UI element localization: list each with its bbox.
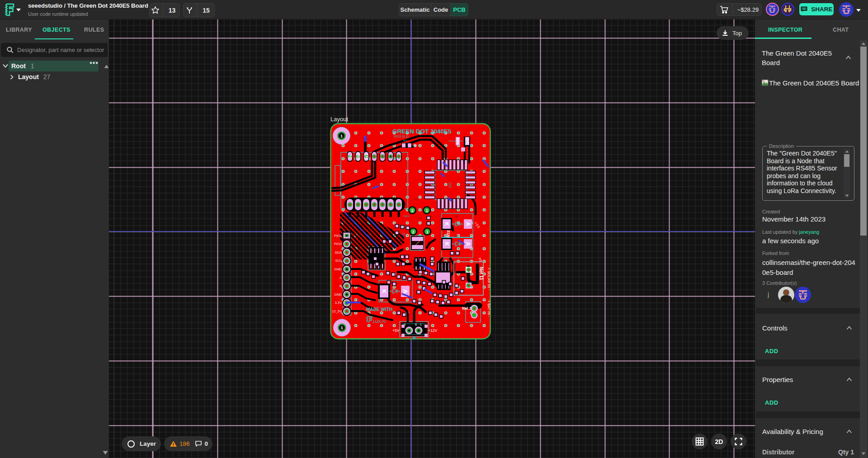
svg-text:31N: 31N <box>446 230 451 238</box>
svg-text:GND: GND <box>334 267 342 271</box>
svg-text:GND: GND <box>456 137 459 144</box>
svg-text:1: 1 <box>340 134 343 138</box>
svg-text:1: 1 <box>426 208 428 213</box>
svg-text:+ BAT IN -: + BAT IN - <box>487 300 491 317</box>
svg-text:2: 2 <box>412 230 415 234</box>
svg-text:3V3: 3V3 <box>364 153 368 160</box>
svg-text:+5V: +5V <box>392 328 400 333</box>
svg-text:U4: U4 <box>448 182 453 188</box>
svg-text:SDA: SDA <box>335 250 342 255</box>
svg-text:GND: GND <box>356 152 360 161</box>
svg-text:D1: D1 <box>455 235 458 237</box>
svg-text:R11: R11 <box>403 139 408 142</box>
svg-text:GND: GND <box>334 293 342 297</box>
svg-text:B: B <box>340 284 342 288</box>
svg-text:SW2: SW2 <box>404 215 410 217</box>
svg-text:1: 1 <box>426 230 429 234</box>
svg-text:12_5V: 12_5V <box>332 309 342 313</box>
svg-text:3.3V: 3.3V <box>335 301 342 305</box>
svg-text:A: A <box>402 289 409 294</box>
svg-text:2: 2 <box>411 208 414 213</box>
svg-text:C: C <box>420 323 422 326</box>
svg-text:PIO1: PIO1 <box>334 234 342 238</box>
svg-text:D4: D4 <box>388 280 392 283</box>
svg-text:GND: GND <box>466 137 469 144</box>
svg-text:A: A <box>465 222 471 226</box>
svg-text:MADE WITH:: MADE WITH: <box>366 307 394 312</box>
svg-text:+12V: +12V <box>428 328 437 333</box>
svg-text:D0: D0 <box>455 215 458 217</box>
svg-text:LUX.AI: LUX.AI <box>373 319 386 324</box>
svg-text:K: K <box>443 242 450 246</box>
svg-text:K: K <box>443 222 450 226</box>
svg-text:K: K <box>381 289 387 294</box>
svg-text:C5: C5 <box>402 226 406 228</box>
svg-text:Net 11: Net 11 <box>479 267 484 280</box>
svg-text:Net 3: Net 3 <box>462 306 472 311</box>
svg-text:2023.11.11: 2023.11.11 <box>394 135 409 138</box>
svg-text:B: B <box>415 323 417 326</box>
svg-text:C6: C6 <box>402 232 406 235</box>
svg-text:GREEN DOT 2040E5: GREEN DOT 2040E5 <box>392 128 452 135</box>
svg-text:A: A <box>465 242 471 246</box>
svg-text:R15: R15 <box>359 229 365 232</box>
svg-text:1: 1 <box>341 326 343 330</box>
svg-text:A: A <box>340 276 342 280</box>
svg-text:R13: R13 <box>414 198 420 201</box>
svg-text:C11: C11 <box>417 217 422 220</box>
svg-text:PIO2: PIO2 <box>334 242 342 246</box>
svg-text:SCL: SCL <box>335 259 342 263</box>
svg-text:+ SOLAR IN -: + SOLAR IN - <box>487 268 491 290</box>
svg-text:5V: 5V <box>348 154 352 158</box>
